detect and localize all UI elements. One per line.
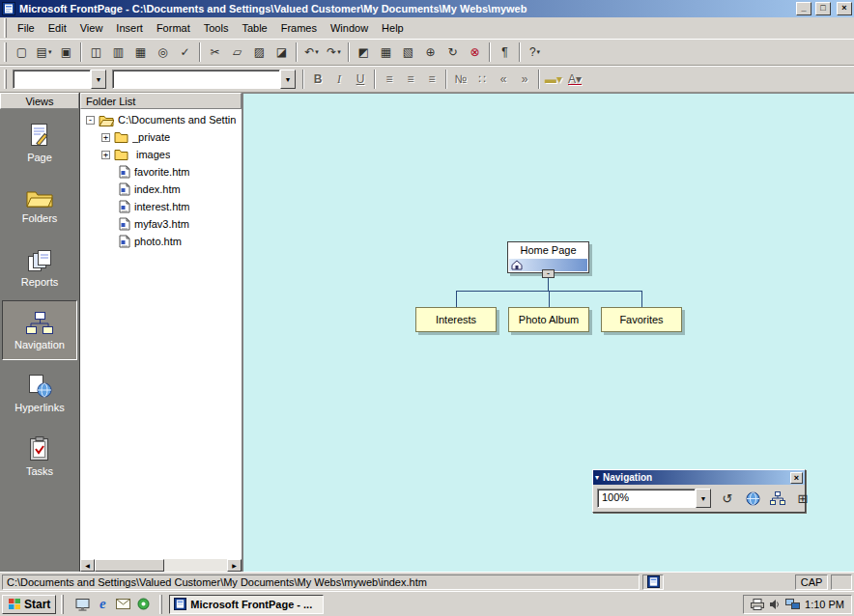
- view-item-navigation[interactable]: Navigation: [2, 300, 77, 360]
- menu-tools[interactable]: Tools: [197, 18, 236, 38]
- publish-web-button[interactable]: ◫: [85, 42, 107, 63]
- menu-table[interactable]: Table: [235, 18, 273, 38]
- style-select[interactable]: [13, 70, 91, 89]
- tree-item-images[interactable]: + images: [80, 146, 242, 163]
- copy-button[interactable]: ▱: [226, 42, 248, 63]
- taskbar-grip[interactable]: [159, 595, 162, 614]
- zoom-dropdown-icon[interactable]: ▼: [696, 489, 711, 508]
- underline-button[interactable]: U: [350, 69, 371, 90]
- undo-button[interactable]: ↶ ▾: [300, 42, 323, 63]
- view-item-folders[interactable]: Folders: [2, 175, 77, 235]
- navigation-canvas[interactable]: Home Page - Interests Photo Album Favori…: [242, 93, 854, 572]
- minimize-button[interactable]: _: [796, 2, 811, 15]
- increase-indent-button[interactable]: »: [514, 69, 535, 90]
- expand-all-button[interactable]: ⊞: [791, 488, 814, 509]
- taskbar-frontpage-button[interactable]: Microsoft FrontPage - ...: [169, 595, 324, 614]
- internet-explorer-icon[interactable]: e: [94, 596, 111, 613]
- align-left-button[interactable]: ≡: [379, 69, 400, 90]
- menu-insert[interactable]: Insert: [109, 18, 150, 38]
- menu-format[interactable]: Format: [150, 18, 197, 38]
- font-select[interactable]: [112, 70, 280, 89]
- toolbar-grip[interactable]: [4, 18, 7, 38]
- view-item-reports[interactable]: Reports: [2, 238, 77, 297]
- bold-button[interactable]: B: [307, 69, 328, 90]
- format-painter-button[interactable]: ◪: [270, 42, 293, 63]
- folder-list-button[interactable]: ▥: [107, 42, 129, 63]
- menu-edit[interactable]: Edit: [42, 18, 73, 38]
- paste-button[interactable]: ▨: [248, 42, 270, 63]
- show-all-button[interactable]: ¶: [494, 42, 516, 63]
- scroll-left-icon[interactable]: ◀: [80, 559, 95, 572]
- menu-view[interactable]: View: [73, 18, 110, 38]
- numbered-list-button[interactable]: №: [450, 69, 471, 90]
- tree-item-file[interactable]: interest.htm: [80, 198, 242, 215]
- preview-in-browser-button[interactable]: ◎: [152, 42, 174, 63]
- nav-node-favorites[interactable]: Favorites: [601, 307, 682, 332]
- view-item-tasks[interactable]: Tasks: [2, 426, 77, 486]
- printer-icon[interactable]: [751, 599, 764, 610]
- new-page-button[interactable]: ▢: [11, 42, 33, 63]
- tree-item-root[interactable]: - C:\Documents and Settin: [80, 111, 242, 128]
- menu-frames[interactable]: Frames: [274, 18, 324, 38]
- volume-icon[interactable]: [769, 599, 781, 610]
- network-icon[interactable]: [785, 599, 800, 610]
- view-item-hyperlinks[interactable]: Hyperlinks: [2, 363, 77, 423]
- hyperlink-button[interactable]: ⊕: [419, 42, 441, 63]
- insert-table-button[interactable]: ▦: [375, 42, 397, 63]
- navigation-toolbar-titlebar[interactable]: ▾ Navigation ×: [593, 470, 805, 485]
- view-item-page[interactable]: Page: [2, 112, 77, 172]
- print-button[interactable]: ▦: [129, 42, 152, 63]
- font-color-button[interactable]: A ▾: [564, 69, 585, 90]
- bulleted-list-button[interactable]: ∷: [471, 69, 493, 90]
- zoom-select[interactable]: 100%: [597, 489, 696, 508]
- expand-icon[interactable]: +: [101, 133, 110, 142]
- insert-component-button[interactable]: ◩: [353, 42, 375, 63]
- taskbar-grip[interactable]: [61, 595, 64, 614]
- toolbar-options-icon[interactable]: ▾: [595, 473, 599, 482]
- font-dropdown-icon[interactable]: ▼: [280, 70, 296, 89]
- save-button[interactable]: ▣: [55, 42, 77, 63]
- portrait-landscape-button[interactable]: ↺: [716, 488, 739, 509]
- align-right-button[interactable]: ≡: [421, 69, 442, 90]
- included-in-navbars-button[interactable]: [741, 488, 764, 509]
- stop-button[interactable]: ⊗: [464, 42, 486, 63]
- start-button[interactable]: Start: [2, 595, 56, 614]
- view-subtree-only-button[interactable]: [766, 488, 789, 509]
- tree-item-file[interactable]: favorite.htm: [80, 163, 242, 181]
- collapse-subtree-toggle[interactable]: -: [542, 269, 555, 278]
- nav-node-interests[interactable]: Interests: [415, 307, 497, 332]
- collapse-icon[interactable]: -: [86, 116, 95, 125]
- tree-item-file[interactable]: photo.htm: [80, 233, 242, 250]
- tree-item-private[interactable]: + _private: [80, 128, 242, 146]
- scrollbar-track[interactable]: [164, 559, 227, 572]
- close-button[interactable]: ×: [837, 2, 852, 15]
- spelling-button[interactable]: ✓: [174, 42, 196, 63]
- channels-icon[interactable]: [134, 596, 152, 613]
- style-dropdown-icon[interactable]: ▼: [91, 70, 106, 89]
- toolbar-grip[interactable]: [4, 42, 7, 62]
- refresh-button[interactable]: ↻: [441, 42, 464, 63]
- redo-button[interactable]: ↷ ▾: [323, 42, 345, 63]
- nav-node-photo-album[interactable]: Photo Album: [508, 307, 589, 332]
- tree-item-file[interactable]: myfav3.htm: [80, 215, 242, 233]
- scrollbar-thumb[interactable]: [95, 559, 164, 572]
- close-icon[interactable]: ×: [790, 472, 803, 484]
- align-center-button[interactable]: ≡: [400, 69, 421, 90]
- open-button[interactable]: ▤ ▾: [33, 42, 55, 63]
- menu-help[interactable]: Help: [375, 18, 411, 38]
- italic-button[interactable]: I: [328, 69, 350, 90]
- insert-picture-button[interactable]: ▧: [397, 42, 419, 63]
- help-button[interactable]: ? ▾: [524, 42, 546, 63]
- decrease-indent-button[interactable]: «: [493, 69, 514, 90]
- show-desktop-icon[interactable]: [73, 596, 91, 613]
- expand-icon[interactable]: +: [101, 151, 110, 159]
- outlook-express-icon[interactable]: [114, 596, 131, 613]
- scroll-right-icon[interactable]: ▶: [227, 559, 242, 572]
- maximize-button[interactable]: □: [815, 2, 831, 15]
- cut-button[interactable]: ✂: [204, 42, 226, 63]
- menu-file[interactable]: File: [11, 18, 42, 38]
- tree-item-file[interactable]: index.htm: [80, 181, 242, 198]
- toolbar-grip[interactable]: [4, 70, 7, 89]
- menu-window[interactable]: Window: [324, 18, 375, 38]
- highlight-button[interactable]: ▬ ▾: [543, 69, 564, 90]
